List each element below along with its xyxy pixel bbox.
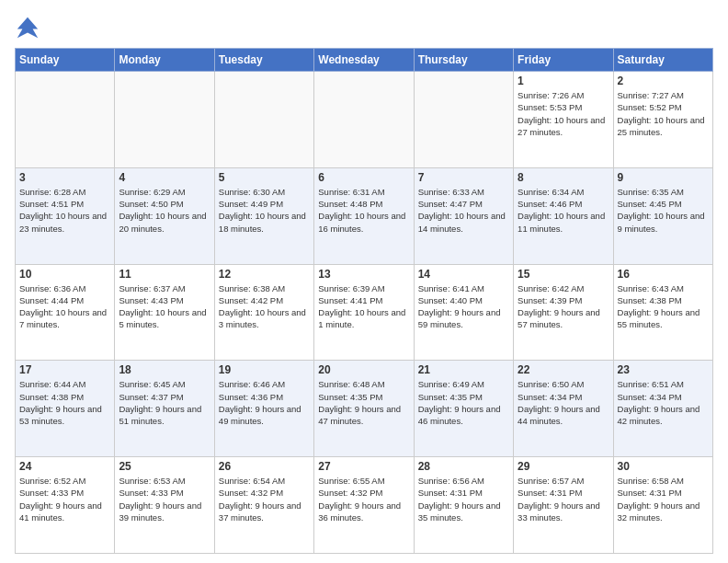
day-info: Sunrise: 6:28 AM Sunset: 4:51 PM Dayligh… [19, 186, 110, 235]
day-number: 7 [418, 171, 509, 184]
day-number: 26 [219, 460, 310, 473]
day-number: 29 [518, 460, 609, 473]
calendar-cell: 4Sunrise: 6:29 AM Sunset: 4:50 PM Daylig… [115, 167, 214, 264]
day-info: Sunrise: 6:55 AM Sunset: 4:32 PM Dayligh… [318, 475, 409, 523]
day-number: 9 [618, 171, 709, 184]
day-number: 18 [119, 363, 210, 376]
calendar-cell: 11Sunrise: 6:37 AM Sunset: 4:43 PM Dayli… [115, 264, 214, 361]
calendar-cell [414, 72, 513, 168]
day-info: Sunrise: 6:30 AM Sunset: 4:49 PM Dayligh… [219, 186, 310, 235]
day-number: 3 [19, 171, 110, 184]
day-number: 27 [318, 460, 409, 473]
day-number: 20 [318, 363, 409, 376]
calendar-cell: 22Sunrise: 6:50 AM Sunset: 4:34 PM Dayli… [514, 361, 613, 457]
calendar-cell: 28Sunrise: 6:56 AM Sunset: 4:31 PM Dayli… [414, 457, 513, 554]
day-number: 6 [318, 171, 409, 184]
day-number: 28 [418, 460, 509, 473]
calendar: SundayMondayTuesdayWednesdayThursdayFrid… [15, 48, 713, 554]
weekday-header-wednesday: Wednesday [314, 49, 414, 72]
day-number: 1 [518, 75, 609, 87]
calendar-week-3: 10Sunrise: 6:36 AM Sunset: 4:44 PM Dayli… [16, 264, 713, 361]
calendar-cell: 18Sunrise: 6:45 AM Sunset: 4:37 PM Dayli… [115, 361, 214, 457]
day-number: 23 [618, 363, 709, 376]
weekday-header-sunday: Sunday [16, 49, 115, 72]
calendar-cell: 10Sunrise: 6:36 AM Sunset: 4:44 PM Dayli… [16, 264, 115, 361]
calendar-body: 1Sunrise: 7:26 AM Sunset: 5:53 PM Daylig… [16, 72, 713, 554]
day-number: 10 [19, 268, 110, 281]
weekday-header-thursday: Thursday [414, 49, 513, 72]
calendar-cell [16, 72, 115, 168]
calendar-cell: 30Sunrise: 6:58 AM Sunset: 4:31 PM Dayli… [613, 457, 712, 554]
calendar-cell: 3Sunrise: 6:28 AM Sunset: 4:51 PM Daylig… [16, 167, 115, 264]
day-info: Sunrise: 7:27 AM Sunset: 5:52 PM Dayligh… [618, 89, 709, 138]
day-info: Sunrise: 6:34 AM Sunset: 4:46 PM Dayligh… [518, 186, 609, 235]
day-number: 16 [618, 268, 709, 281]
calendar-cell [115, 72, 214, 168]
day-info: Sunrise: 6:44 AM Sunset: 4:38 PM Dayligh… [19, 378, 110, 427]
logo-icon [15, 15, 40, 40]
day-number: 25 [119, 460, 210, 473]
calendar-cell: 26Sunrise: 6:54 AM Sunset: 4:32 PM Dayli… [214, 457, 313, 554]
calendar-cell: 8Sunrise: 6:34 AM Sunset: 4:46 PM Daylig… [514, 167, 613, 264]
logo [15, 15, 44, 40]
day-info: Sunrise: 6:49 AM Sunset: 4:35 PM Dayligh… [418, 378, 509, 427]
calendar-cell: 25Sunrise: 6:53 AM Sunset: 4:33 PM Dayli… [115, 457, 214, 554]
day-info: Sunrise: 6:42 AM Sunset: 4:39 PM Dayligh… [518, 282, 609, 331]
day-info: Sunrise: 6:35 AM Sunset: 4:45 PM Dayligh… [618, 186, 709, 235]
day-number: 5 [219, 171, 310, 184]
calendar-cell: 7Sunrise: 6:33 AM Sunset: 4:47 PM Daylig… [414, 167, 513, 264]
weekday-header-friday: Friday [514, 49, 613, 72]
calendar-cell: 27Sunrise: 6:55 AM Sunset: 4:32 PM Dayli… [314, 457, 414, 554]
calendar-cell: 17Sunrise: 6:44 AM Sunset: 4:38 PM Dayli… [16, 361, 115, 457]
calendar-cell: 16Sunrise: 6:43 AM Sunset: 4:38 PM Dayli… [613, 264, 712, 361]
day-info: Sunrise: 7:26 AM Sunset: 5:53 PM Dayligh… [518, 89, 609, 138]
page: SundayMondayTuesdayWednesdayThursdayFrid… [0, 0, 728, 563]
header [15, 15, 713, 40]
calendar-cell: 9Sunrise: 6:35 AM Sunset: 4:45 PM Daylig… [613, 167, 712, 264]
calendar-week-5: 24Sunrise: 6:52 AM Sunset: 4:33 PM Dayli… [16, 457, 713, 554]
day-info: Sunrise: 6:48 AM Sunset: 4:35 PM Dayligh… [318, 378, 409, 427]
day-number: 14 [418, 268, 509, 281]
calendar-cell: 24Sunrise: 6:52 AM Sunset: 4:33 PM Dayli… [16, 457, 115, 554]
day-number: 19 [219, 363, 310, 376]
day-info: Sunrise: 6:41 AM Sunset: 4:40 PM Dayligh… [418, 282, 509, 331]
calendar-cell: 12Sunrise: 6:38 AM Sunset: 4:42 PM Dayli… [214, 264, 313, 361]
calendar-week-4: 17Sunrise: 6:44 AM Sunset: 4:38 PM Dayli… [16, 361, 713, 457]
calendar-cell: 19Sunrise: 6:46 AM Sunset: 4:36 PM Dayli… [214, 361, 313, 457]
day-number: 21 [418, 363, 509, 376]
day-number: 13 [318, 268, 409, 281]
day-number: 4 [119, 171, 210, 184]
svg-marker-0 [17, 17, 38, 38]
day-info: Sunrise: 6:58 AM Sunset: 4:31 PM Dayligh… [618, 475, 709, 523]
day-info: Sunrise: 6:57 AM Sunset: 4:31 PM Dayligh… [518, 475, 609, 523]
day-number: 22 [518, 363, 609, 376]
day-info: Sunrise: 6:38 AM Sunset: 4:42 PM Dayligh… [219, 282, 310, 331]
day-info: Sunrise: 6:56 AM Sunset: 4:31 PM Dayligh… [418, 475, 509, 523]
day-info: Sunrise: 6:33 AM Sunset: 4:47 PM Dayligh… [418, 186, 509, 235]
day-number: 8 [518, 171, 609, 184]
day-number: 30 [618, 460, 709, 473]
calendar-cell: 14Sunrise: 6:41 AM Sunset: 4:40 PM Dayli… [414, 264, 513, 361]
day-number: 2 [618, 75, 709, 87]
calendar-cell: 21Sunrise: 6:49 AM Sunset: 4:35 PM Dayli… [414, 361, 513, 457]
calendar-cell: 15Sunrise: 6:42 AM Sunset: 4:39 PM Dayli… [514, 264, 613, 361]
day-info: Sunrise: 6:31 AM Sunset: 4:48 PM Dayligh… [318, 186, 409, 235]
calendar-week-1: 1Sunrise: 7:26 AM Sunset: 5:53 PM Daylig… [16, 72, 713, 168]
day-info: Sunrise: 6:36 AM Sunset: 4:44 PM Dayligh… [19, 282, 110, 331]
day-info: Sunrise: 6:43 AM Sunset: 4:38 PM Dayligh… [618, 282, 709, 331]
day-info: Sunrise: 6:53 AM Sunset: 4:33 PM Dayligh… [119, 475, 210, 523]
calendar-cell: 6Sunrise: 6:31 AM Sunset: 4:48 PM Daylig… [314, 167, 414, 264]
day-number: 15 [518, 268, 609, 281]
calendar-header: SundayMondayTuesdayWednesdayThursdayFrid… [16, 49, 713, 72]
day-info: Sunrise: 6:39 AM Sunset: 4:41 PM Dayligh… [318, 282, 409, 331]
day-info: Sunrise: 6:29 AM Sunset: 4:50 PM Dayligh… [119, 186, 210, 235]
calendar-cell: 2Sunrise: 7:27 AM Sunset: 5:52 PM Daylig… [613, 72, 712, 168]
calendar-cell [214, 72, 313, 168]
day-info: Sunrise: 6:46 AM Sunset: 4:36 PM Dayligh… [219, 378, 310, 427]
day-info: Sunrise: 6:54 AM Sunset: 4:32 PM Dayligh… [219, 475, 310, 523]
weekday-header-row: SundayMondayTuesdayWednesdayThursdayFrid… [16, 49, 713, 72]
weekday-header-monday: Monday [115, 49, 214, 72]
day-info: Sunrise: 6:37 AM Sunset: 4:43 PM Dayligh… [119, 282, 210, 331]
calendar-cell: 20Sunrise: 6:48 AM Sunset: 4:35 PM Dayli… [314, 361, 414, 457]
day-info: Sunrise: 6:51 AM Sunset: 4:34 PM Dayligh… [618, 378, 709, 427]
